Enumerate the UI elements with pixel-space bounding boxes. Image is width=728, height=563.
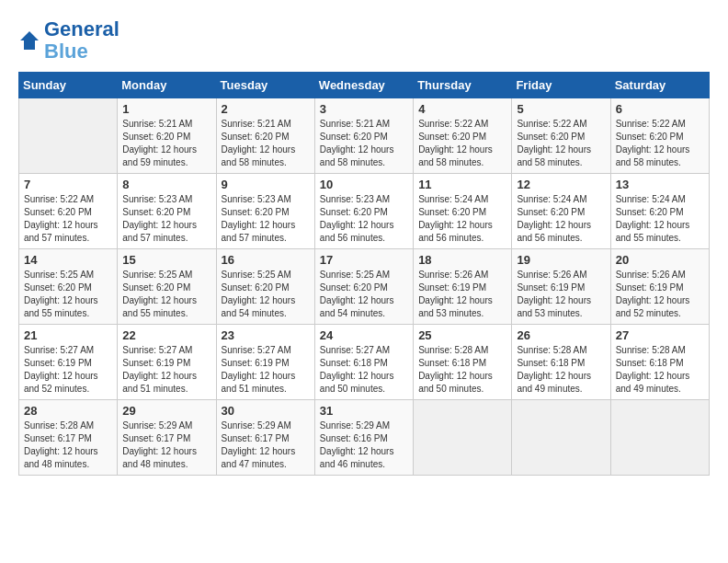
header-day-sunday: Sunday — [19, 73, 118, 98]
logo-text: GeneralBlue — [44, 18, 119, 63]
calendar-cell — [19, 98, 118, 174]
day-number: 14 — [24, 253, 112, 267]
day-info: Sunrise: 5:21 AMSunset: 6:20 PMDaylight:… — [222, 118, 310, 169]
calendar-cell: 4Sunrise: 5:22 AMSunset: 6:20 PMDaylight… — [414, 98, 512, 174]
day-number: 15 — [122, 253, 210, 267]
day-number: 6 — [616, 102, 704, 116]
page-header: GeneralBlue — [18, 18, 710, 63]
calendar-cell: 31Sunrise: 5:29 AMSunset: 6:16 PMDayligh… — [314, 400, 413, 476]
day-info: Sunrise: 5:21 AMSunset: 6:20 PMDaylight:… — [122, 118, 210, 169]
day-info: Sunrise: 5:27 AMSunset: 6:19 PMDaylight:… — [222, 344, 310, 396]
calendar-cell: 11Sunrise: 5:24 AMSunset: 6:20 PMDayligh… — [414, 174, 512, 249]
calendar-cell: 24Sunrise: 5:27 AMSunset: 6:18 PMDayligh… — [314, 325, 413, 400]
day-number: 10 — [320, 178, 408, 191]
calendar-cell: 17Sunrise: 5:25 AMSunset: 6:20 PMDayligh… — [314, 249, 413, 325]
calendar-cell: 19Sunrise: 5:26 AMSunset: 6:19 PMDayligh… — [512, 249, 610, 325]
day-info: Sunrise: 5:25 AMSunset: 6:20 PMDaylight:… — [24, 269, 112, 320]
calendar-cell: 23Sunrise: 5:27 AMSunset: 6:19 PMDayligh… — [216, 325, 314, 400]
calendar-header: SundayMondayTuesdayWednesdayThursdayFrid… — [19, 73, 710, 98]
day-info: Sunrise: 5:24 AMSunset: 6:20 PMDaylight:… — [616, 193, 704, 245]
calendar-cell: 7Sunrise: 5:22 AMSunset: 6:20 PMDaylight… — [19, 174, 118, 249]
day-info: Sunrise: 5:22 AMSunset: 6:20 PMDaylight:… — [418, 118, 506, 169]
calendar-cell: 25Sunrise: 5:28 AMSunset: 6:18 PMDayligh… — [414, 325, 512, 400]
calendar-cell — [610, 400, 709, 476]
calendar-cell: 30Sunrise: 5:29 AMSunset: 6:17 PMDayligh… — [216, 400, 314, 476]
calendar-cell: 18Sunrise: 5:26 AMSunset: 6:19 PMDayligh… — [414, 249, 512, 325]
day-number: 22 — [122, 328, 210, 342]
calendar-cell: 6Sunrise: 5:22 AMSunset: 6:20 PMDaylight… — [610, 98, 709, 174]
calendar-cell: 14Sunrise: 5:25 AMSunset: 6:20 PMDayligh… — [19, 249, 118, 325]
day-info: Sunrise: 5:25 AMSunset: 6:20 PMDaylight:… — [320, 269, 408, 320]
day-info: Sunrise: 5:22 AMSunset: 6:20 PMDaylight:… — [24, 193, 112, 245]
day-number: 21 — [24, 328, 112, 342]
day-info: Sunrise: 5:28 AMSunset: 6:18 PMDaylight:… — [517, 344, 605, 396]
day-info: Sunrise: 5:26 AMSunset: 6:19 PMDaylight:… — [418, 269, 506, 320]
day-info: Sunrise: 5:24 AMSunset: 6:20 PMDaylight:… — [418, 193, 506, 245]
calendar-cell: 29Sunrise: 5:29 AMSunset: 6:17 PMDayligh… — [118, 400, 216, 476]
calendar-week-3: 14Sunrise: 5:25 AMSunset: 6:20 PMDayligh… — [19, 249, 710, 325]
calendar-cell: 27Sunrise: 5:28 AMSunset: 6:18 PMDayligh… — [610, 325, 709, 400]
day-info: Sunrise: 5:25 AMSunset: 6:20 PMDaylight:… — [122, 269, 210, 320]
calendar-cell: 8Sunrise: 5:23 AMSunset: 6:20 PMDaylight… — [118, 174, 216, 249]
calendar-cell: 22Sunrise: 5:27 AMSunset: 6:19 PMDayligh… — [118, 325, 216, 400]
day-number: 29 — [122, 404, 210, 418]
day-number: 23 — [222, 328, 310, 342]
day-info: Sunrise: 5:24 AMSunset: 6:20 PMDaylight:… — [517, 193, 605, 245]
calendar-cell: 15Sunrise: 5:25 AMSunset: 6:20 PMDayligh… — [118, 249, 216, 325]
day-number: 20 — [616, 253, 704, 267]
calendar-week-1: 1Sunrise: 5:21 AMSunset: 6:20 PMDaylight… — [19, 98, 710, 174]
day-number: 3 — [320, 102, 408, 116]
header-day-monday: Monday — [118, 73, 216, 98]
day-number: 9 — [222, 178, 310, 191]
day-number: 18 — [418, 253, 506, 267]
calendar-cell: 1Sunrise: 5:21 AMSunset: 6:20 PMDaylight… — [118, 98, 216, 174]
day-info: Sunrise: 5:28 AMSunset: 6:18 PMDaylight:… — [418, 344, 506, 396]
day-info: Sunrise: 5:25 AMSunset: 6:20 PMDaylight:… — [222, 269, 310, 320]
day-number: 13 — [616, 178, 704, 191]
day-info: Sunrise: 5:29 AMSunset: 6:17 PMDaylight:… — [222, 419, 310, 471]
svg-marker-0 — [20, 31, 39, 50]
day-info: Sunrise: 5:27 AMSunset: 6:18 PMDaylight:… — [320, 344, 408, 396]
day-number: 16 — [222, 253, 310, 267]
day-number: 1 — [122, 102, 210, 116]
calendar-cell: 5Sunrise: 5:22 AMSunset: 6:20 PMDaylight… — [512, 98, 610, 174]
calendar-cell: 21Sunrise: 5:27 AMSunset: 6:19 PMDayligh… — [19, 325, 118, 400]
day-info: Sunrise: 5:29 AMSunset: 6:16 PMDaylight:… — [320, 419, 408, 471]
calendar-cell: 16Sunrise: 5:25 AMSunset: 6:20 PMDayligh… — [216, 249, 314, 325]
logo-icon — [18, 29, 40, 52]
day-number: 5 — [517, 102, 605, 116]
calendar-cell — [414, 400, 512, 476]
day-info: Sunrise: 5:27 AMSunset: 6:19 PMDaylight:… — [122, 344, 210, 396]
day-info: Sunrise: 5:27 AMSunset: 6:19 PMDaylight:… — [24, 344, 112, 396]
day-number: 26 — [517, 328, 605, 342]
day-number: 30 — [222, 404, 310, 418]
calendar-cell: 3Sunrise: 5:21 AMSunset: 6:20 PMDaylight… — [314, 98, 413, 174]
day-number: 27 — [616, 328, 704, 342]
day-info: Sunrise: 5:22 AMSunset: 6:20 PMDaylight:… — [616, 118, 704, 169]
day-number: 17 — [320, 253, 408, 267]
calendar-cell: 9Sunrise: 5:23 AMSunset: 6:20 PMDaylight… — [216, 174, 314, 249]
calendar-week-4: 21Sunrise: 5:27 AMSunset: 6:19 PMDayligh… — [19, 325, 710, 400]
day-number: 24 — [320, 328, 408, 342]
header-day-friday: Friday — [512, 73, 610, 98]
day-number: 31 — [320, 404, 408, 418]
header-day-wednesday: Wednesday — [314, 73, 413, 98]
day-info: Sunrise: 5:28 AMSunset: 6:18 PMDaylight:… — [616, 344, 704, 396]
day-info: Sunrise: 5:22 AMSunset: 6:20 PMDaylight:… — [517, 118, 605, 169]
day-info: Sunrise: 5:23 AMSunset: 6:20 PMDaylight:… — [222, 193, 310, 245]
logo: GeneralBlue — [18, 18, 119, 63]
calendar-cell — [512, 400, 610, 476]
day-info: Sunrise: 5:28 AMSunset: 6:17 PMDaylight:… — [24, 419, 112, 471]
calendar-week-2: 7Sunrise: 5:22 AMSunset: 6:20 PMDaylight… — [19, 174, 710, 249]
day-number: 2 — [222, 102, 310, 116]
day-info: Sunrise: 5:29 AMSunset: 6:17 PMDaylight:… — [122, 419, 210, 471]
day-number: 7 — [24, 178, 112, 191]
calendar-cell: 20Sunrise: 5:26 AMSunset: 6:19 PMDayligh… — [610, 249, 709, 325]
calendar-body: 1Sunrise: 5:21 AMSunset: 6:20 PMDaylight… — [19, 98, 710, 476]
calendar-cell: 12Sunrise: 5:24 AMSunset: 6:20 PMDayligh… — [512, 174, 610, 249]
calendar-table: SundayMondayTuesdayWednesdayThursdayFrid… — [18, 72, 710, 476]
day-info: Sunrise: 5:23 AMSunset: 6:20 PMDaylight:… — [320, 193, 408, 245]
header-day-tuesday: Tuesday — [216, 73, 314, 98]
day-info: Sunrise: 5:21 AMSunset: 6:20 PMDaylight:… — [320, 118, 408, 169]
day-number: 25 — [418, 328, 506, 342]
